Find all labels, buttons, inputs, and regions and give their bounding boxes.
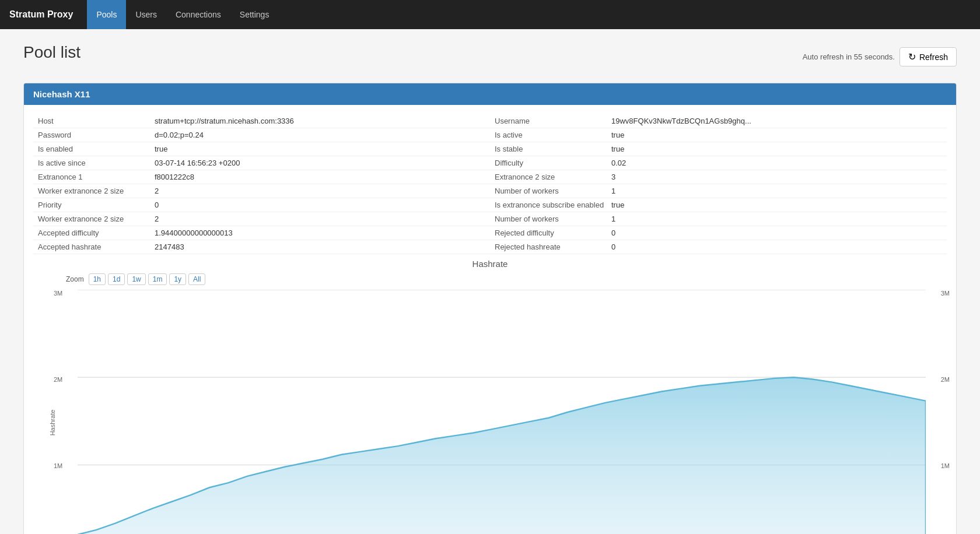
info-value-right-0-6: true xyxy=(611,201,624,209)
info-value-right-0-5: 1 xyxy=(611,187,615,195)
info-label-right-0-1: Is active xyxy=(495,131,611,139)
refresh-button[interactable]: ↻ Refresh xyxy=(900,47,957,66)
info-label-right-0-0: Username xyxy=(495,117,611,125)
pool-body-0: Host stratum+tcp://stratum.nicehash.com:… xyxy=(24,105,956,534)
info-row-left-0-0: Host stratum+tcp://stratum.nicehash.com:… xyxy=(33,114,490,128)
chart-wrapper-0: Hashrate3M2M1M0M3M2M1M0M xyxy=(78,290,926,534)
nav-item-connections[interactable]: Connections xyxy=(166,0,230,29)
info-label-left-0-0: Host xyxy=(38,117,155,125)
nav-item-users[interactable]: Users xyxy=(126,0,166,29)
info-label-right-0-8: Rejected difficulty xyxy=(495,229,611,237)
info-row-right-0-0: Username 19wv8FQKv3NkwTdzBCQn1AGsb9ghq..… xyxy=(490,114,947,128)
info-row-right-0-2: Is stable true xyxy=(490,142,947,156)
zoom-btn-0-4[interactable]: 1y xyxy=(169,273,186,285)
zoom-bar-0: Zoom1h1d1w1m1yAll xyxy=(43,273,937,285)
info-col-left-0: Host stratum+tcp://stratum.nicehash.com:… xyxy=(33,114,490,254)
info-grid-0: Host stratum+tcp://stratum.nicehash.com:… xyxy=(33,114,947,254)
info-label-right-0-4: Extranonce 2 size xyxy=(495,173,611,181)
info-row-right-0-9: Rejected hashreate 0 xyxy=(490,240,947,254)
refresh-icon: ↻ xyxy=(908,51,916,62)
chart-svg-0 xyxy=(78,290,926,534)
info-row-left-0-5: Worker extranonce 2 size 2 xyxy=(33,184,490,198)
info-label-left-0-2: Is enabled xyxy=(38,145,155,153)
info-label-left-0-9: Accepted hashrate xyxy=(38,243,155,251)
info-label-right-0-2: Is stable xyxy=(495,145,611,153)
info-row-left-0-2: Is enabled true xyxy=(33,142,490,156)
info-row-left-0-1: Password d=0.02;p=0.24 xyxy=(33,128,490,142)
info-label-left-0-7: Worker extranonce 2 size xyxy=(38,215,155,223)
y-label-right: 3M xyxy=(941,290,950,297)
info-value-right-0-7: 1 xyxy=(611,215,615,223)
auto-refresh-text: Auto refresh in 55 seconds. xyxy=(803,52,895,61)
pool-header-0: Nicehash X11 xyxy=(24,83,956,105)
info-row-left-0-3: Is active since 03-07-14 16:56:23 +0200 xyxy=(33,156,490,170)
info-label-left-0-1: Password xyxy=(38,131,155,139)
page-content: Pool list Auto refresh in 55 seconds. ↻ … xyxy=(0,29,980,534)
zoom-btn-0-0[interactable]: 1h xyxy=(89,273,106,285)
navbar: Stratum Proxy Pools Users Connections Se… xyxy=(0,0,980,29)
info-row-left-0-4: Extranonce 1 f8001222c8 xyxy=(33,170,490,184)
chart-section-0: Hashrate Zoom1h1d1w1m1yAllHashrate3M2M1M… xyxy=(33,254,947,534)
info-row-left-0-6: Priority 0 xyxy=(33,198,490,212)
info-value-right-0-8: 0 xyxy=(611,229,615,237)
refresh-label: Refresh xyxy=(919,52,948,62)
info-label-left-0-8: Accepted difficulty xyxy=(38,229,155,237)
info-value-right-0-2: true xyxy=(611,145,624,153)
info-value-left-0-7: 2 xyxy=(155,215,159,223)
info-label-right-0-7: Number of workers xyxy=(495,215,611,223)
info-value-left-0-2: true xyxy=(155,145,167,153)
info-value-right-0-4: 3 xyxy=(611,173,615,181)
info-value-left-0-1: d=0.02;p=0.24 xyxy=(155,131,204,139)
chart-title-0: Hashrate xyxy=(43,259,937,269)
info-value-right-0-1: true xyxy=(611,131,624,139)
info-label-left-0-5: Worker extranonce 2 size xyxy=(38,187,155,195)
y-axis-right-0: 3M2M1M0M xyxy=(939,290,952,534)
nav-item-settings[interactable]: Settings xyxy=(230,0,279,29)
info-row-right-0-1: Is active true xyxy=(490,128,947,142)
info-row-left-0-7: Worker extranonce 2 size 2 xyxy=(33,212,490,226)
page-title: Pool list xyxy=(23,43,80,62)
zoom-btn-0-5[interactable]: All xyxy=(188,273,205,285)
info-row-right-0-4: Extranonce 2 size 3 xyxy=(490,170,947,184)
info-row-right-0-7: Number of workers 1 xyxy=(490,212,947,226)
zoom-label-0: Zoom xyxy=(66,275,84,283)
nav-brand: Stratum Proxy xyxy=(9,9,73,20)
info-label-right-0-6: Is extranonce subscribe enabled xyxy=(495,201,611,209)
info-row-left-0-9: Accepted hashrate 2147483 xyxy=(33,240,490,254)
info-value-right-0-9: 0 xyxy=(611,243,615,251)
info-label-left-0-6: Priority xyxy=(38,201,155,209)
info-row-left-0-8: Accepted difficulty 1.94400000000000013 xyxy=(33,226,490,240)
info-row-right-0-3: Difficulty 0.02 xyxy=(490,156,947,170)
info-row-right-0-5: Number of workers 1 xyxy=(490,184,947,198)
zoom-btn-0-1[interactable]: 1d xyxy=(108,273,125,285)
info-value-right-0-3: 0.02 xyxy=(611,159,626,167)
y-label-right: 2M xyxy=(941,376,950,383)
info-value-left-0-4: f8001222c8 xyxy=(155,173,194,181)
info-value-left-0-0: stratum+tcp://stratum.nicehash.com:3336 xyxy=(155,117,294,125)
info-label-right-0-9: Rejected hashreate xyxy=(495,243,611,251)
info-col-right-0: Username 19wv8FQKv3NkwTdzBCQn1AGsb9ghq..… xyxy=(490,114,947,254)
pool-card-0: Nicehash X11 Host stratum+tcp://stratum.… xyxy=(23,83,957,534)
y-label-right: 1M xyxy=(941,462,950,469)
info-value-left-0-5: 2 xyxy=(155,187,159,195)
info-value-left-0-8: 1.94400000000000013 xyxy=(155,229,233,237)
info-value-right-0-0: 19wv8FQKv3NkwTdzBCQn1AGsb9ghq... xyxy=(611,117,751,125)
pools-container: Nicehash X11 Host stratum+tcp://stratum.… xyxy=(23,83,957,534)
y-label: 2M xyxy=(54,376,62,383)
info-label-right-0-3: Difficulty xyxy=(495,159,611,167)
y-label: 1M xyxy=(54,462,62,469)
zoom-btn-0-3[interactable]: 1m xyxy=(148,273,167,285)
info-label-left-0-3: Is active since xyxy=(38,159,155,167)
info-label-left-0-4: Extranonce 1 xyxy=(38,173,155,181)
y-label: 3M xyxy=(54,290,62,297)
info-label-right-0-5: Number of workers xyxy=(495,187,611,195)
info-row-right-0-6: Is extranonce subscribe enabled true xyxy=(490,198,947,212)
nav-item-pools[interactable]: Pools xyxy=(87,0,126,29)
zoom-btn-0-2[interactable]: 1w xyxy=(127,273,145,285)
info-value-left-0-9: 2147483 xyxy=(155,243,184,251)
info-row-right-0-8: Rejected difficulty 0 xyxy=(490,226,947,240)
refresh-bar: Auto refresh in 55 seconds. ↻ Refresh xyxy=(803,47,957,66)
info-value-left-0-3: 03-07-14 16:56:23 +0200 xyxy=(155,159,240,167)
y-axis-0: 3M2M1M0M xyxy=(51,290,65,534)
info-value-left-0-6: 0 xyxy=(155,201,159,209)
